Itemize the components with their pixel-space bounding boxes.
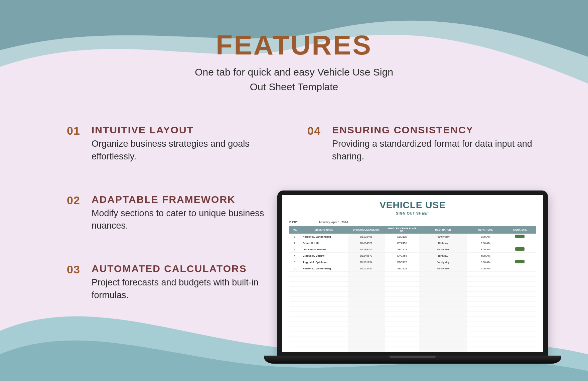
table-header-row: NO. DRIVER'S NAME DRIVER'S LICENSE NO. V…	[289, 226, 536, 234]
cell-name: Nelson D. Vandenberg	[300, 234, 348, 240]
cell-destination: Family day	[419, 259, 467, 265]
signout-table: NO. DRIVER'S NAME DRIVER'S LICENSE NO. V…	[289, 226, 536, 352]
cell-plate: GYZ456	[385, 253, 419, 259]
col-signature: SIGNATURE	[504, 226, 536, 234]
cell-plate: GBC123	[385, 265, 419, 272]
table-row: 1Nelson D. VandenbergDL123456GBC123Famil…	[289, 234, 536, 240]
signature-mark	[515, 235, 525, 238]
date-label: DATE:	[289, 221, 298, 224]
cell-no: 5	[289, 259, 300, 265]
signature-mark	[515, 266, 525, 270]
cell-plate: GYZ456	[385, 240, 419, 246]
table-row: 2Grace G. HillDL654321GYZ456Birthday2:00…	[289, 240, 536, 246]
feature-title: ADAPTABLE FRAMEWORK	[92, 194, 265, 205]
table-row-empty	[289, 292, 536, 297]
cell-destination: Family day	[419, 234, 467, 240]
table-row-empty	[289, 307, 536, 312]
feature-desc: Project forecasts and budgets with built…	[92, 276, 265, 302]
cell-license: DL123456	[348, 265, 385, 272]
cell-no: 1	[289, 234, 300, 240]
table-row-empty	[289, 337, 536, 342]
cell-signature	[504, 253, 536, 259]
feature-number: 02	[67, 194, 85, 233]
sheet-title: VEHICLE USE	[289, 200, 536, 211]
laptop-screen-bezel: VEHICLE USE SIGN OUT SHEET DATE: Monday,…	[277, 190, 548, 356]
table-row-empty	[289, 302, 536, 307]
cell-departure: 2:00 AM	[467, 240, 504, 246]
table-row-empty	[289, 342, 536, 347]
spreadsheet-preview: VEHICLE USE SIGN OUT SHEET DATE: Monday,…	[282, 195, 543, 352]
table-row-empty	[289, 312, 536, 317]
feature-number: 03	[67, 263, 85, 302]
subtitle-line1: One tab for quick and easy Vehicle Use S…	[195, 67, 393, 78]
signature-mark	[515, 247, 525, 251]
feature-04: 04 ENSURING CONSISTENCY Providing a stan…	[307, 124, 535, 163]
cell-license: DL345678	[348, 253, 385, 259]
table-row-empty	[289, 347, 536, 352]
cell-plate: GBC123	[385, 246, 419, 253]
sheet-subtitle: SIGN OUT SHEET	[289, 211, 536, 215]
cell-departure: 4:00 AM	[467, 253, 504, 259]
feature-desc: Providing a standardized format for data…	[332, 138, 535, 163]
cell-no: 4	[289, 253, 300, 259]
cell-departure: 3:00 AM	[467, 246, 504, 253]
cell-name: Gladys K. Corlett	[300, 253, 348, 259]
subtitle-line2: Out Sheet Template	[250, 81, 338, 92]
table-row-empty	[289, 277, 536, 282]
feature-number: 04	[307, 124, 325, 163]
feature-desc: Organize business strategies and goals e…	[92, 138, 265, 163]
signature-mark	[515, 260, 525, 263]
col-plate: VEHICLE LICENSE PLATE NO.	[385, 226, 419, 234]
col-license: DRIVER'S LICENSE NO.	[348, 226, 385, 234]
signature-mark	[515, 254, 525, 257]
cell-name: Lindsay M. Mullins	[300, 246, 348, 253]
laptop-base	[264, 356, 561, 364]
cell-destination: Family day	[419, 265, 467, 272]
cell-no: 2	[289, 240, 300, 246]
col-name: DRIVER'S NAME	[300, 226, 348, 234]
cell-license: DL123456	[348, 234, 385, 240]
cell-departure: 1:00 AM	[467, 234, 504, 240]
table-row-empty	[289, 287, 536, 292]
col-destination: DESTINATION	[419, 226, 467, 234]
cell-name: Nelson D. Vandenberg	[300, 265, 348, 272]
cell-signature	[504, 240, 536, 246]
table-row: 4Gladys K. CorlettDL345678GYZ456Birthday…	[289, 253, 536, 259]
cell-destination: Birthday	[419, 253, 467, 259]
laptop-mockup: VEHICLE USE SIGN OUT SHEET DATE: Monday,…	[277, 190, 548, 364]
cell-destination: Birthday	[419, 240, 467, 246]
cell-signature	[504, 265, 536, 272]
feature-title: INTUITIVE LAYOUT	[92, 124, 265, 136]
table-row-empty	[289, 317, 536, 322]
col-departure: DEPARTURE	[467, 226, 504, 234]
feature-number: 01	[67, 124, 85, 163]
cell-signature	[504, 259, 536, 265]
cell-no: 3	[289, 246, 300, 253]
cell-destination: Family day	[419, 246, 467, 253]
page-subtitle: One tab for quick and easy Vehicle Use S…	[0, 65, 588, 94]
table-row-empty	[289, 297, 536, 302]
signature-mark	[515, 241, 525, 244]
feature-title: ENSURING CONSISTENCY	[332, 124, 535, 136]
cell-departure: 6:00 AM	[467, 265, 504, 272]
cell-license: DL789012	[348, 246, 385, 253]
date-value: Monday, April 1, 2024	[319, 221, 348, 224]
cell-departure: 5:00 AM	[467, 259, 504, 265]
page-title: FEATURES	[0, 0, 588, 61]
cell-signature	[504, 246, 536, 253]
cell-no: 6	[289, 265, 300, 272]
sheet-date-row: DATE: Monday, April 1, 2024	[289, 220, 536, 226]
cell-name: August J. Spielman	[300, 259, 348, 265]
table-row-empty	[289, 332, 536, 337]
col-no: NO.	[289, 226, 300, 234]
feature-title: AUTOMATED CALCULATORS	[92, 263, 265, 274]
table-row: 6Nelson D. VandenbergDL123456GBC123Famil…	[289, 265, 536, 272]
cell-license: DL901234	[348, 259, 385, 265]
table-row-empty	[289, 282, 536, 287]
table-row-empty	[289, 327, 536, 332]
cell-plate: GBC123	[385, 259, 419, 265]
table-row-empty	[289, 272, 536, 277]
table-row: 3Lindsay M. MullinsDL789012GBC123Family …	[289, 246, 536, 253]
table-row: 5August J. SpielmanDL901234GBC123Family …	[289, 259, 536, 265]
feature-desc: Modify sections to cater to unique busin…	[92, 207, 265, 233]
